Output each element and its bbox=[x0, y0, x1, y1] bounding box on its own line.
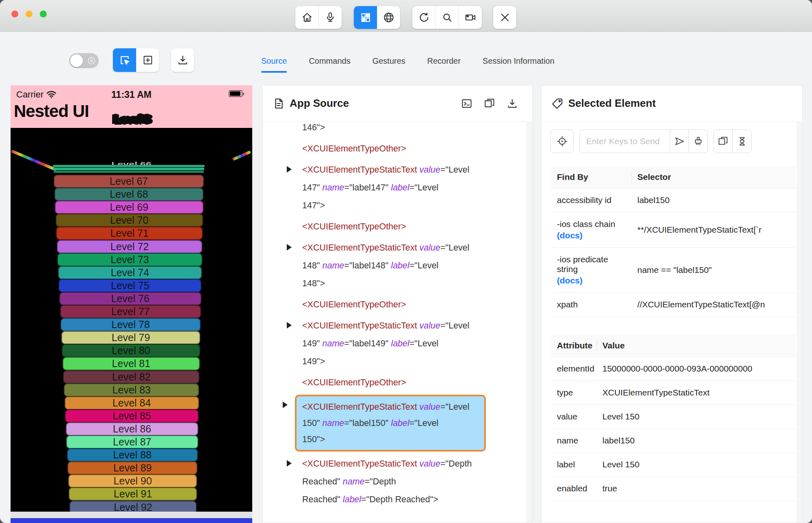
level-bar[interactable]: Level 89 bbox=[67, 461, 197, 475]
attribute-table: Attribute Value elementId15000000-0000-0… bbox=[551, 335, 796, 501]
terminal-icon[interactable] bbox=[461, 97, 473, 110]
source-line: 149"> bbox=[302, 352, 526, 370]
source-node[interactable]: <XCUIElementTypeStaticText value="Level1… bbox=[302, 161, 526, 214]
locate-element-button[interactable] bbox=[550, 130, 574, 153]
level-bar[interactable]: Level 83 bbox=[64, 383, 199, 397]
source-node[interactable]: <XCUIElementTypeStaticText value="Level1… bbox=[302, 317, 526, 370]
selector-header: Selector bbox=[632, 166, 796, 188]
source-node[interactable]: 146"> bbox=[302, 122, 526, 136]
level-bar[interactable]: Level 79 bbox=[61, 331, 201, 344]
device-screenshot[interactable]: Carrier 11:31 AM Nested UI Level 8 Level… bbox=[11, 85, 252, 523]
download-icon[interactable] bbox=[506, 97, 518, 110]
titlebar bbox=[0, 0, 812, 32]
find-by-cell: -ios predicate string(docs) bbox=[551, 248, 632, 293]
level-bar[interactable]: Level 82 bbox=[63, 370, 199, 384]
search-button[interactable] bbox=[435, 6, 459, 29]
source-line: <XCUIElementTypeStaticText value="Level bbox=[302, 239, 526, 257]
level-bar[interactable]: Level 76 bbox=[59, 292, 201, 305]
app-source-header: App Source bbox=[263, 86, 532, 121]
clear-icon bbox=[693, 136, 704, 147]
minimize-window-button[interactable] bbox=[26, 11, 32, 17]
docs-link[interactable]: (docs) bbox=[557, 231, 626, 240]
home-icon bbox=[301, 11, 313, 24]
screen-recording-icon bbox=[464, 11, 476, 24]
level-bar[interactable]: Level 88 bbox=[67, 448, 198, 462]
attribute-header: Attribute bbox=[551, 335, 597, 357]
tab-session-information[interactable]: Session Information bbox=[483, 49, 554, 73]
add-element-icon bbox=[142, 54, 154, 66]
refresh-button[interactable] bbox=[412, 6, 435, 29]
docs-link[interactable]: (docs) bbox=[557, 276, 626, 285]
level-bar[interactable]: Level 73 bbox=[57, 253, 202, 266]
send-keys-button[interactable] bbox=[670, 130, 689, 153]
level-bar[interactable]: Level 91 bbox=[69, 487, 197, 501]
source-tree[interactable]: 146"><XCUIElementTypeOther><XCUIElementT… bbox=[263, 122, 526, 523]
copy-icon[interactable] bbox=[483, 97, 496, 110]
globe-button[interactable] bbox=[377, 6, 400, 29]
source-line: 148"> bbox=[302, 274, 526, 292]
expander-icon[interactable] bbox=[283, 402, 288, 408]
tab-recorder[interactable]: Recorder bbox=[427, 49, 461, 73]
screen-recording-button[interactable] bbox=[459, 6, 482, 29]
source-node-selected[interactable]: <XCUIElementTypeStaticText value="Level1… bbox=[295, 395, 486, 452]
source-scrollbar[interactable] bbox=[526, 122, 532, 523]
selector-cell: **/XCUIElementTypeStaticText[`r bbox=[632, 212, 796, 248]
tab-commands[interactable]: Commands bbox=[309, 49, 350, 73]
tag-icon bbox=[551, 97, 563, 110]
level-bar[interactable]: Level 71 bbox=[56, 227, 203, 240]
grid-view-button[interactable] bbox=[354, 6, 377, 29]
level-bar[interactable]: Level 74 bbox=[58, 266, 202, 279]
level-bar[interactable]: Level 84 bbox=[65, 396, 199, 410]
expander-icon[interactable] bbox=[287, 322, 292, 328]
level-bar[interactable]: Level 86 bbox=[66, 422, 199, 436]
home-button[interactable] bbox=[295, 6, 318, 29]
select-element-button[interactable] bbox=[113, 48, 136, 72]
level-bar[interactable]: Level 68 bbox=[54, 188, 204, 201]
selector-cell: name == "label150" bbox=[632, 248, 796, 293]
expander-icon[interactable] bbox=[287, 166, 292, 173]
expander-icon[interactable] bbox=[287, 460, 292, 467]
close-window-button[interactable] bbox=[11, 11, 18, 17]
level-bar[interactable]: Level 80 bbox=[62, 344, 200, 357]
level-bar[interactable]: Level 67 bbox=[54, 175, 204, 188]
level-bar[interactable]: Level 85 bbox=[65, 409, 199, 423]
download-screenshot-button[interactable] bbox=[171, 48, 194, 72]
wait-timeout-button[interactable] bbox=[732, 130, 751, 153]
maximize-window-button[interactable] bbox=[40, 11, 47, 17]
level-bar[interactable]: Level 90 bbox=[68, 474, 197, 488]
level-bar[interactable]: Level 69 bbox=[55, 201, 203, 214]
source-node[interactable]: <XCUIElementTypeStaticText value="DepthR… bbox=[302, 455, 526, 508]
source-line: 148" name="label148" label="Level bbox=[302, 257, 526, 274]
source-line: 146"> bbox=[302, 122, 526, 136]
source-node[interactable]: <XCUIElementTypeOther> bbox=[302, 218, 526, 236]
table-row: xpath//XCUIElementTypeStaticText[@n bbox=[551, 293, 796, 317]
element-interaction-toggle[interactable] bbox=[69, 53, 99, 68]
close-icon bbox=[499, 12, 511, 23]
quit-session-button[interactable] bbox=[493, 6, 516, 29]
level-bar[interactable]: Level 81 bbox=[63, 357, 200, 370]
level-bar[interactable]: Level 77 bbox=[60, 305, 201, 318]
level-bar[interactable]: Level 87 bbox=[66, 435, 198, 449]
source-line: <XCUIElementTypeOther> bbox=[302, 140, 526, 158]
element-misc-group bbox=[713, 130, 751, 153]
attribute-cell: elementId bbox=[551, 357, 597, 381]
copy-attributes-button[interactable] bbox=[714, 130, 732, 153]
tab-gestures[interactable]: Gestures bbox=[372, 49, 405, 73]
level-bar[interactable]: Level 78 bbox=[61, 318, 201, 331]
add-element-button[interactable] bbox=[136, 48, 159, 72]
send-keys-input[interactable] bbox=[580, 130, 670, 153]
selected-element-scrollbar[interactable] bbox=[797, 122, 802, 523]
level-bar[interactable]: Level 75 bbox=[58, 279, 201, 292]
level-bar[interactable]: Level 72 bbox=[57, 240, 203, 253]
source-line: 147"> bbox=[302, 197, 526, 214]
level-bar[interactable]: Level 70 bbox=[56, 214, 203, 227]
send-icon bbox=[674, 136, 685, 147]
expander-icon[interactable] bbox=[287, 244, 292, 251]
microphone-button[interactable] bbox=[318, 6, 342, 29]
source-node[interactable]: <XCUIElementTypeOther> bbox=[302, 374, 526, 391]
source-node[interactable]: <XCUIElementTypeOther> bbox=[302, 140, 526, 158]
source-node[interactable]: <XCUIElementTypeOther> bbox=[302, 296, 526, 313]
source-node[interactable]: <XCUIElementTypeStaticText value="Level1… bbox=[302, 239, 526, 292]
tab-source[interactable]: Source bbox=[261, 49, 287, 73]
clear-element-button[interactable] bbox=[689, 130, 707, 153]
